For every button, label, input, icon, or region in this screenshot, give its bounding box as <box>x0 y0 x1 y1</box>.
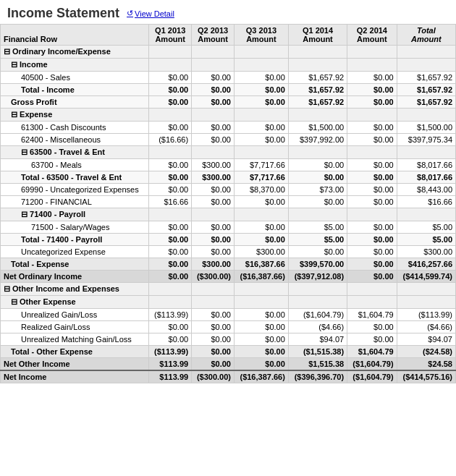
table-row: Total - Income$0.00$0.00$0.00$1,657.92$0… <box>1 84 456 96</box>
row-value-q1_2013 <box>149 109 192 122</box>
row-value-q2_2013: $0.00 <box>192 333 235 346</box>
row-value-total <box>397 208 455 221</box>
table-row: Gross Profit$0.00$0.00$0.00$1,657.92$0.0… <box>1 96 456 109</box>
row-value-q2_2014 <box>347 59 397 72</box>
row-value-q3_2013: $0.00 <box>234 96 288 109</box>
row-value-q1_2014: $1,500.00 <box>288 122 347 134</box>
table-row: Unrealized Matching Gain/Loss$0.00$0.00$… <box>1 333 456 346</box>
row-value-q2_2013 <box>192 283 235 296</box>
row-value-q2_2014: $0.00 <box>347 234 397 246</box>
row-value-total: $94.07 <box>397 333 455 346</box>
row-value-q2_2014 <box>347 146 397 159</box>
row-label: ⊟ Expense <box>1 109 149 122</box>
table-row: ⊟ 63500 - Travel & Ent <box>1 146 456 159</box>
row-value-total: $1,657.92 <box>397 84 455 96</box>
row-label: 63700 - Meals <box>1 159 149 171</box>
row-value-q2_2013: $0.00 <box>192 96 235 109</box>
income-statement-table: Financial Row Q1 2013Amount Q2 2013Amoun… <box>0 24 456 383</box>
row-value-q2_2014: $0.00 <box>347 134 397 146</box>
row-value-q3_2013: ($16,387.66) <box>234 370 288 383</box>
row-value-q2_2014: $0.00 <box>347 321 397 333</box>
table-row: 71200 - FINANCIAL$16.66$0.00$0.00$0.00$0… <box>1 196 456 208</box>
row-value-total <box>397 146 455 159</box>
row-value-q1_2014 <box>288 296 347 309</box>
row-value-q3_2013 <box>234 283 288 296</box>
table-row: 69990 - Uncategorized Expenses$0.00$0.00… <box>1 184 456 196</box>
row-value-q1_2014: $0.00 <box>288 171 347 184</box>
row-value-q1_2013: ($113.99) <box>149 309 192 321</box>
row-value-q2_2014: ($1,604.79) <box>347 358 397 371</box>
row-label: ⊟ Ordinary Income/Expense <box>1 46 149 59</box>
row-value-q1_2014: $5.00 <box>288 221 347 234</box>
row-value-q1_2014: $1,515.38 <box>288 358 347 371</box>
row-value-q1_2013: $0.00 <box>149 221 192 234</box>
row-value-q2_2013: $0.00 <box>192 234 235 246</box>
row-value-total <box>397 109 455 122</box>
row-value-q2_2013 <box>192 208 235 221</box>
row-value-q3_2013: $7,717.66 <box>234 159 288 171</box>
row-value-total: $397,975.34 <box>397 134 455 146</box>
col-q1-2013: Q1 2013Amount <box>149 25 192 46</box>
row-value-q1_2014: $397,992.00 <box>288 134 347 146</box>
row-value-q3_2013: $8,370.00 <box>234 184 288 196</box>
row-value-q1_2013: $0.00 <box>149 171 192 184</box>
row-value-q1_2014: ($1,515.38) <box>288 346 347 358</box>
row-value-q2_2014: $0.00 <box>347 96 397 109</box>
row-value-q1_2013: $0.00 <box>149 72 192 84</box>
row-value-q1_2013: $0.00 <box>149 234 192 246</box>
table-row: Unrealized Gain/Loss($113.99)$0.00$0.00(… <box>1 309 456 321</box>
row-value-q3_2013: $7,717.66 <box>234 171 288 184</box>
row-value-q2_2013: $0.00 <box>192 122 235 134</box>
row-value-total: $24.58 <box>397 358 455 371</box>
row-value-q2_2013: $0.00 <box>192 134 235 146</box>
row-value-total: $1,657.92 <box>397 96 455 109</box>
row-value-q2_2014 <box>347 296 397 309</box>
row-value-q1_2014 <box>288 146 347 159</box>
row-value-q2_2014: $0.00 <box>347 333 397 346</box>
row-value-q1_2013 <box>149 208 192 221</box>
row-value-q1_2014 <box>288 283 347 296</box>
row-value-q2_2014: $0.00 <box>347 159 397 171</box>
row-value-q1_2013: $0.00 <box>149 122 192 134</box>
row-label: Total - Income <box>1 84 149 96</box>
row-value-q3_2013: $0.00 <box>234 346 288 358</box>
row-value-total: $300.00 <box>397 246 455 258</box>
row-value-q3_2013: $0.00 <box>234 221 288 234</box>
row-value-total: ($414,575.16) <box>397 370 455 383</box>
row-value-q1_2013: $0.00 <box>149 96 192 109</box>
table-row: Net Income$113.99($300.00)($16,387.66)($… <box>1 370 456 383</box>
row-value-q1_2014: ($4.66) <box>288 321 347 333</box>
row-value-q2_2014 <box>347 46 397 59</box>
row-value-q3_2013: $0.00 <box>234 84 288 96</box>
table-row: Uncategorized Expense$0.00$0.00$300.00$0… <box>1 246 456 258</box>
row-value-q2_2013: $0.00 <box>192 309 235 321</box>
col-q2-2014: Q2 2014Amount <box>347 25 397 46</box>
row-value-total: $8,443.00 <box>397 184 455 196</box>
row-value-q1_2013 <box>149 46 192 59</box>
row-label: Unrealized Matching Gain/Loss <box>1 333 149 346</box>
row-value-q2_2013 <box>192 109 235 122</box>
row-value-q2_2014: $1,604.79 <box>347 346 397 358</box>
row-value-q1_2013 <box>149 59 192 72</box>
row-value-q1_2014: ($396,396.70) <box>288 370 347 383</box>
row-value-total: ($414,599.74) <box>397 271 455 283</box>
row-value-q2_2013: $0.00 <box>192 321 235 333</box>
row-value-q1_2014 <box>288 109 347 122</box>
row-value-total <box>397 59 455 72</box>
row-label: 62400 - Miscellaneous <box>1 134 149 146</box>
row-label: Net Ordinary Income <box>1 271 149 283</box>
row-value-q2_2013: ($300.00) <box>192 271 235 283</box>
row-value-q1_2013: $0.00 <box>149 258 192 271</box>
row-value-q2_2013 <box>192 46 235 59</box>
row-value-q2_2014 <box>347 109 397 122</box>
row-value-q2_2013: $0.00 <box>192 346 235 358</box>
row-value-total: ($113.99) <box>397 309 455 321</box>
view-detail-link[interactable]: ↺ View Detail <box>127 9 174 18</box>
row-label: Total - Expense <box>1 258 149 271</box>
row-value-q3_2013 <box>234 109 288 122</box>
row-value-q3_2013: $16,387.66 <box>234 258 288 271</box>
row-value-q1_2014: $1,657.92 <box>288 72 347 84</box>
table-row: 40500 - Sales$0.00$0.00$0.00$1,657.92$0.… <box>1 72 456 84</box>
row-value-q1_2014 <box>288 208 347 221</box>
row-value-q2_2013: $300.00 <box>192 171 235 184</box>
